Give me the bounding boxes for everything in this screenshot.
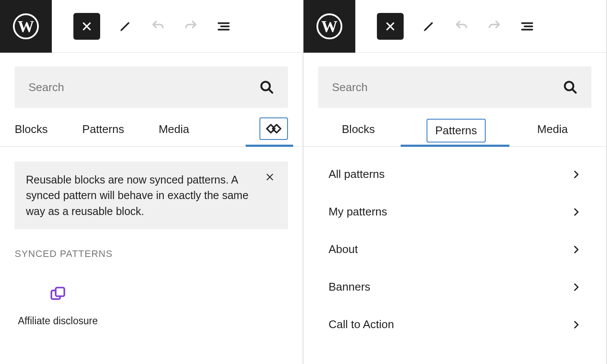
search-wrap [0,53,303,108]
tab-patterns[interactable]: Patterns [427,119,486,142]
pane-patterns: W Blocks Patterns Me [304,0,607,364]
wordpress-logo-icon: W [316,13,342,39]
active-tab-underline [246,145,293,147]
synced-patterns-icon [265,122,283,136]
svg-rect-2 [56,288,64,296]
edit-button[interactable] [117,19,133,34]
redo-icon [487,19,502,34]
pencil-icon [422,20,435,33]
pattern-tile-label: Affiliate disclosure [15,315,101,328]
category-label: My patterns [329,205,387,218]
tab-synced-patterns[interactable] [259,117,288,140]
category-item-call-to-action[interactable]: Call to Action [318,306,591,343]
top-bar: W [0,0,303,53]
category-label: Call to Action [329,318,394,331]
synced-pattern-icon [15,281,101,307]
chevron-right-icon [572,170,581,179]
tab-media[interactable]: Media [158,117,189,146]
undo-icon [151,19,165,34]
tab-media[interactable]: Media [537,117,568,146]
close-icon [81,21,92,32]
undo-button[interactable] [454,19,469,34]
tab-blocks[interactable]: Blocks [15,117,48,146]
pattern-tile-affiliate-disclosure[interactable]: Affiliate disclosure [15,281,101,328]
category-label: All patterns [329,168,385,181]
chevron-right-icon [572,282,581,292]
document-overview-button[interactable] [519,19,535,34]
inserter-tabs: Blocks Patterns Media [304,108,606,147]
category-item-all-patterns[interactable]: All patterns [318,155,591,193]
notice-text: Reusable blocks are now synced patterns.… [26,172,256,219]
search-icon [259,80,274,95]
chevron-right-icon [572,245,581,254]
toolbar-buttons [355,13,535,40]
search-box[interactable] [15,66,288,108]
top-bar: W [304,0,606,53]
category-item-about[interactable]: About [318,231,591,268]
search-icon [563,80,578,95]
edit-button[interactable] [421,19,436,34]
active-tab-underline [401,145,509,147]
wp-logo-button[interactable]: W [304,0,355,53]
category-label: About [329,243,358,256]
search-box[interactable] [318,66,591,108]
toolbar-buttons [52,13,231,40]
wp-logo-button[interactable]: W [0,0,52,53]
chevron-right-icon [572,320,581,329]
redo-button[interactable] [183,19,199,34]
pane-synced: W Blocks Patterns [0,0,304,364]
synced-patterns-notice: Reusable blocks are now synced patterns.… [15,161,288,229]
category-item-my-patterns[interactable]: My patterns [318,193,591,231]
search-input[interactable] [28,81,259,94]
close-icon [265,172,275,182]
wordpress-logo-icon: W [13,13,39,39]
tab-blocks[interactable]: Blocks [342,117,375,146]
inserter-tabs: Blocks Patterns Media [0,108,303,147]
list-view-icon [216,19,231,34]
section-heading-synced-patterns: Synced Patterns [0,244,303,264]
pattern-category-list: All patterns My patterns About Banners C… [304,147,606,352]
category-item-banners[interactable]: Banners [318,268,591,306]
document-overview-button[interactable] [216,19,231,34]
close-inserter-button[interactable] [73,13,100,40]
redo-icon [183,19,198,34]
search-input[interactable] [332,81,563,94]
notice-dismiss-button[interactable] [265,172,277,219]
category-label: Banners [329,280,370,294]
undo-icon [454,19,469,34]
list-view-icon [519,19,535,34]
pencil-icon [119,20,132,33]
redo-button[interactable] [487,19,502,34]
search-wrap [304,53,606,108]
chevron-right-icon [572,207,581,217]
close-icon [385,21,396,32]
close-inserter-button[interactable] [377,13,404,40]
undo-button[interactable] [150,19,166,34]
tab-patterns[interactable]: Patterns [82,117,124,146]
